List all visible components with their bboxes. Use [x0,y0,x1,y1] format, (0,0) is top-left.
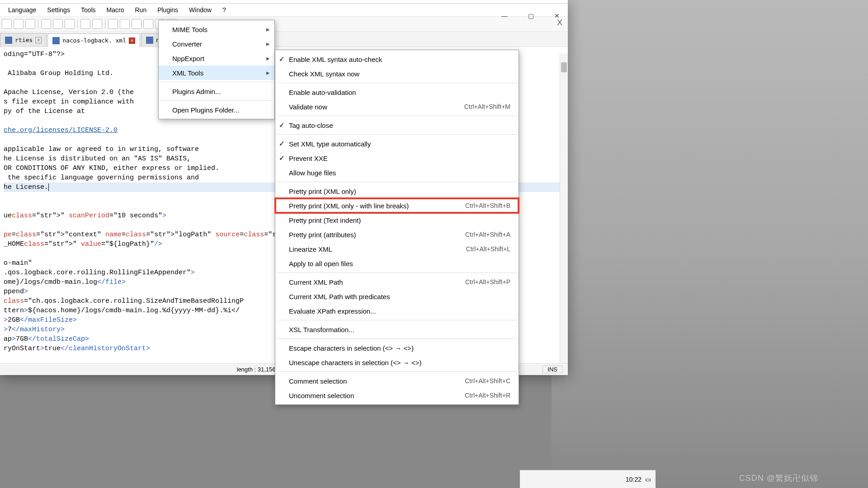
menu-item-label: Evaluate XPath expression... [289,307,376,315]
toolbar-find-icon[interactable] [108,19,118,29]
submenu-arrow-icon: ▸ [266,25,270,33]
menu-separator [160,100,273,101]
document-tab[interactable]: rties× [0,33,47,47]
menu-item[interactable]: Current XML Path with predicates [275,289,519,304]
xmltools-submenu: ✓Enable XML syntax auto-checkCheck XML s… [275,50,519,405]
menu-item-label: Current XML Path [289,278,343,286]
vertical-scrollbar[interactable] [560,53,568,363]
document-tab[interactable]: nacos-logback. xml× [47,33,140,47]
tab-close-icon[interactable]: × [129,38,135,44]
menu-item-label: Allow huge files [289,169,336,177]
menu-item[interactable]: NppExport▸ [159,51,274,66]
menu-item-label: Tag auto-close [289,122,333,129]
submenu-arrow-icon: ▸ [266,54,270,62]
menu-tools[interactable]: Tools [75,5,101,14]
check-icon: ✓ [279,154,285,162]
toolbar-indent-icon[interactable] [143,19,153,29]
menu-?[interactable]: ? [217,5,231,14]
maximize-button[interactable]: ▢ [522,9,540,23]
menu-item[interactable]: Open Plugins Folder... [159,103,274,117]
menu-item[interactable]: MIME Tools▸ [159,22,274,37]
menu-item[interactable]: Uncomment selectionCtrl+Alt+Shift+R [275,388,519,403]
menu-item[interactable]: ✓Enable XML syntax auto-check [275,52,519,66]
toolbar-copy-icon[interactable] [53,19,63,29]
menu-item[interactable]: Converter▸ [159,37,274,51]
menu-item-label: XSL Transformation... [289,326,354,333]
menu-item-label: Escape characters in selection (<> → <>) [289,344,414,352]
menu-item[interactable]: Plugins Admin... [159,84,274,99]
menu-macro[interactable]: Macro [101,5,130,14]
menu-item[interactable]: XML Tools▸ [159,66,274,80]
menu-plugins[interactable]: Plugins [152,5,184,14]
toolbar-separator [105,19,105,29]
toolbar-paste-icon[interactable] [65,19,75,29]
menu-item[interactable]: Validate nowCtrl+Alt+Shift+M [275,99,519,114]
menu-item-label: Linearize XML [289,245,332,253]
menu-separator [277,338,517,339]
toolbar-redo-icon[interactable] [92,19,102,29]
menu-run[interactable]: Run [129,5,152,14]
menu-item[interactable]: Allow huge files [275,165,519,180]
menu-item[interactable]: ✓Set XML type automatically [275,136,519,151]
menu-item[interactable]: ✓Tag auto-close [275,118,519,132]
menu-item[interactable]: ✓Prevent XXE [275,151,519,165]
menu-separator [277,134,517,135]
menu-item[interactable]: Pretty print (Text indent) [275,213,519,227]
toolbar-open-icon[interactable] [14,19,24,29]
menu-item-label: Set XML type automatically [289,140,371,148]
banner-close-icon[interactable]: X [557,18,562,28]
menu-item-label: Prevent XXE [289,155,328,162]
menu-shortcut: Ctrl+Alt+Shift+P [447,278,510,286]
menu-item-label: MIME Tools [172,26,208,33]
check-icon: ✓ [279,121,285,129]
toolbar-new-icon[interactable] [2,19,12,29]
menu-window[interactable]: Window [184,5,217,14]
toolbar-showall-icon[interactable] [132,19,142,29]
menu-separator [160,82,273,82]
menu-language[interactable]: Language [3,5,42,14]
file-icon [52,37,60,44]
menu-item-label: Pretty print (XML only) [289,188,356,195]
menu-item[interactable]: Pretty print (XML only - with line break… [275,198,519,213]
menu-item[interactable]: Pretty print (XML only) [275,184,519,198]
menu-item[interactable]: Check XML syntax now [275,66,519,81]
menu-item[interactable]: XSL Transformation... [275,322,519,337]
menu-item-label: Uncomment selection [289,392,354,399]
menu-item[interactable]: Current XML PathCtrl+Alt+Shift+P [275,275,519,289]
toolbar-save-icon[interactable] [25,19,35,29]
menu-item-label: XML Tools [172,69,203,77]
menu-shortcut: Ctrl+Alt+Shift+C [447,377,510,385]
menu-item-label: Pretty print (Text indent) [289,216,361,224]
tab-close-icon[interactable]: × [35,37,42,43]
menu-separator [277,116,517,116]
menu-item[interactable]: Escape characters in selection (<> → <>) [275,341,519,355]
file-icon [146,37,153,44]
scrollbar-thumb[interactable] [561,62,567,72]
menu-item[interactable]: Comment selectionCtrl+Alt+Shift+C [275,374,519,388]
minimize-button[interactable]: — [495,9,514,23]
toolbar-wordwrap-icon[interactable] [120,19,130,29]
menu-item[interactable]: Evaluate XPath expression... [275,304,519,318]
menu-item-label: Apply to all open files [289,260,353,267]
menu-item[interactable]: Pretty print (attributes)Ctrl+Alt+Shift+… [275,227,519,242]
status-insert-mode[interactable]: INS [542,366,562,373]
menu-separator [277,182,517,182]
desk-background [552,0,868,488]
menu-item[interactable]: Apply to all open files [275,256,519,271]
system-tray: 10:22 ▭ [520,470,656,488]
menu-shortcut: Ctrl+Alt+Shift+B [447,202,510,209]
menu-item[interactable]: Unescape characters in selection (<> → <… [275,355,519,370]
menubar: LanguageSettingsToolsMacroRunPluginsWind… [0,4,568,16]
menu-item-label: Unescape characters in selection (<> → <… [289,359,421,366]
toolbar-undo-icon[interactable] [80,19,90,29]
menu-item-label: Comment selection [289,377,347,385]
document-tabs: rties×nacos-logback. xml×new 1× [0,32,568,47]
menu-item[interactable]: Linearize XMLCtrl+Alt+Shift+L [275,242,519,256]
tray-notification-icon[interactable]: ▭ [645,476,651,483]
file-icon [5,37,12,44]
toolbar-cut-icon[interactable] [41,19,51,29]
menu-item[interactable]: Enable auto-validation [275,85,519,99]
status-length: length : 31,156 [232,366,280,373]
menu-shortcut: Ctrl+Alt+Shift+R [447,392,510,399]
menu-settings[interactable]: Settings [42,5,75,14]
